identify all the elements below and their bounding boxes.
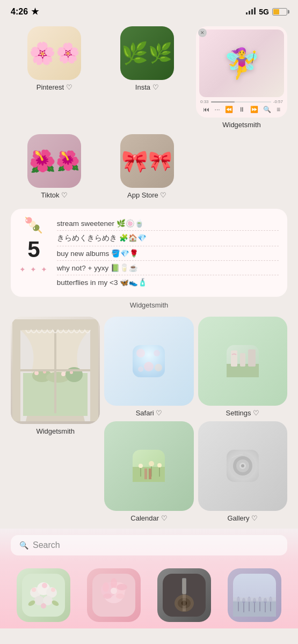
close-icon[interactable]: ✕	[198, 28, 207, 37]
window-scene-svg	[12, 319, 98, 421]
app-grid-row1: 🌸 Pinterest ♡ 🌿 Insta ♡ ✕ 🧚‍♀️ 0:33 -0:5…	[0, 21, 298, 204]
next-icon[interactable]: ⏩	[250, 106, 258, 113]
todo-text-1: stream sweetener 🌿🍥🍵	[57, 219, 144, 228]
music-artwork: 🧚‍♀️	[223, 46, 260, 81]
app-item-appstore[interactable]: 🎀 App Store ♡	[104, 134, 191, 199]
gallery-icon-svg	[227, 450, 259, 482]
svg-point-59	[111, 578, 117, 589]
app-label-calendar: Calendar ♡	[130, 514, 167, 522]
play-pause-icon[interactable]: ⏸	[238, 106, 245, 113]
search-music-icon[interactable]: 🔍	[263, 106, 271, 113]
dock-icon-flowers[interactable]	[17, 568, 70, 622]
music-progress: 0:33 -0:57	[200, 99, 283, 104]
svg-point-21	[155, 364, 162, 371]
app-item-safari[interactable]: Safari ♡	[104, 317, 193, 417]
app-icon-tiktok[interactable]: 🌺	[27, 134, 81, 188]
calendar-icon-svg	[133, 450, 165, 482]
pinterest-art: 🌸	[56, 42, 80, 64]
svg-point-19	[144, 362, 154, 371]
svg-rect-35	[144, 469, 147, 479]
app-label-tiktok: Tiktok ♡	[41, 191, 68, 199]
todo-number: 5	[27, 238, 40, 261]
tiktok-art: 🌺	[56, 150, 80, 172]
todo-text-4: why not? + yyxy 📗🥛☕	[57, 264, 138, 272]
todo-widget-label: Widgetsmith	[0, 301, 298, 309]
status-right: 5G	[246, 7, 287, 16]
status-left: 4:26 ★	[11, 6, 39, 17]
todo-item-1: stream sweetener 🌿🍥🍵	[57, 216, 279, 231]
appstore-art: 🎀	[148, 150, 172, 172]
app-icon-calendar[interactable]	[104, 421, 193, 510]
app-item-widgetsmith-big[interactable]: Widgetsmith	[11, 317, 100, 522]
svg-point-18	[154, 350, 160, 356]
candy-icon: 🍡	[24, 216, 43, 234]
battery-icon	[272, 8, 287, 16]
list-icon[interactable]: ≡	[277, 106, 280, 113]
big-widget-icon	[11, 317, 100, 424]
settings-icon-svg	[227, 345, 259, 377]
app-item-calendar[interactable]: Calendar ♡	[104, 421, 193, 522]
svg-point-42	[241, 464, 244, 467]
app-label-widgetsmith-music: Widgetsmith	[222, 121, 261, 129]
time-start: 0:33	[200, 99, 209, 104]
svg-point-52	[41, 603, 46, 609]
rewind-icon[interactable]: ⏮	[203, 106, 209, 113]
app-icon-insta[interactable]: 🌿	[120, 26, 174, 80]
app-icon-appstore[interactable]: 🎀	[120, 134, 174, 188]
svg-rect-36	[149, 469, 151, 479]
insta-art: 🌿	[148, 42, 172, 64]
svg-point-51	[51, 588, 55, 592]
app-item-insta[interactable]: 🌿 Insta ♡	[104, 26, 191, 129]
music-cover-art: 🧚‍♀️	[199, 30, 284, 97]
status-bar: 4:26 ★ 5G	[0, 0, 298, 21]
app-item-settings[interactable]: Settings ♡	[198, 317, 287, 417]
app-item-pinterest[interactable]: 🌸 Pinterest ♡	[11, 26, 98, 129]
app-label-widgetsmith-big: Widgetsmith	[36, 427, 75, 435]
dock-icon-pink[interactable]	[87, 568, 141, 622]
svg-point-64	[111, 588, 117, 594]
safari-icon-svg	[133, 345, 165, 377]
prev-icon[interactable]: ⏪	[225, 106, 233, 113]
svg-rect-25	[240, 353, 245, 367]
svg-point-33	[157, 463, 162, 467]
todo-text-3: buy new albums 🪣💎🌹	[57, 249, 139, 258]
app-label-pinterest: Pinterest ♡	[37, 83, 72, 91]
dock	[0, 562, 298, 628]
svg-point-60	[117, 584, 127, 590]
svg-point-12	[61, 372, 66, 376]
svg-point-62	[103, 594, 112, 599]
todo-left-panel: 🍡 5 ✦ ✦ ✦	[19, 216, 48, 289]
app-item-gallery[interactable]: Gallery ♡	[198, 421, 287, 522]
dock-pink-svg	[92, 574, 135, 617]
app-icon-pinterest[interactable]: 🌸	[27, 26, 81, 80]
dock-flowers-svg	[22, 574, 65, 617]
search-bar[interactable]: 🔍 Search	[11, 535, 287, 555]
signal-bars	[246, 7, 256, 16]
dock-icon-guitar[interactable]	[157, 568, 211, 622]
dock-guitar-svg	[163, 574, 206, 617]
music-buttons: ⏮ ··· ⏪ ⏸ ⏩ 🔍 ≡	[200, 106, 283, 113]
progress-bar[interactable]	[211, 101, 271, 103]
more-icon[interactable]: ···	[215, 106, 220, 113]
app-item-tiktok[interactable]: 🌺 Tiktok ♡	[11, 134, 98, 199]
svg-point-49	[32, 588, 36, 592]
svg-rect-16	[133, 345, 165, 377]
network-type: 5G	[259, 8, 269, 16]
todo-item-2: きらめくきらめき 🧩🏠💎	[57, 231, 279, 246]
bottom-grid: Widgetsmith	[11, 317, 287, 522]
svg-rect-2	[251, 9, 253, 14]
svg-point-50	[42, 583, 47, 588]
svg-rect-1	[249, 11, 250, 14]
app-icon-gallery[interactable]	[198, 421, 287, 510]
app-item-widgetsmith-music[interactable]: ✕ 🧚‍♀️ 0:33 -0:57 ⏮ ··· ⏪ ⏸ ⏩	[196, 26, 287, 129]
todo-item-5: butterflies in my <3 🦋👟🧴	[57, 275, 279, 289]
app-icon-safari[interactable]	[104, 317, 193, 406]
app-label-insta: Insta ♡	[135, 83, 159, 91]
todo-item-4: why not? + yyxy 📗🥛☕	[57, 261, 279, 275]
dock-icon-lavender[interactable]	[228, 568, 281, 622]
time-end: -0:57	[273, 99, 283, 104]
app-label-gallery: Gallery ♡	[227, 514, 258, 522]
bottom-app-section: Widgetsmith	[0, 312, 298, 526]
app-icon-settings[interactable]	[198, 317, 287, 406]
app-label-safari: Safari ♡	[136, 409, 163, 417]
